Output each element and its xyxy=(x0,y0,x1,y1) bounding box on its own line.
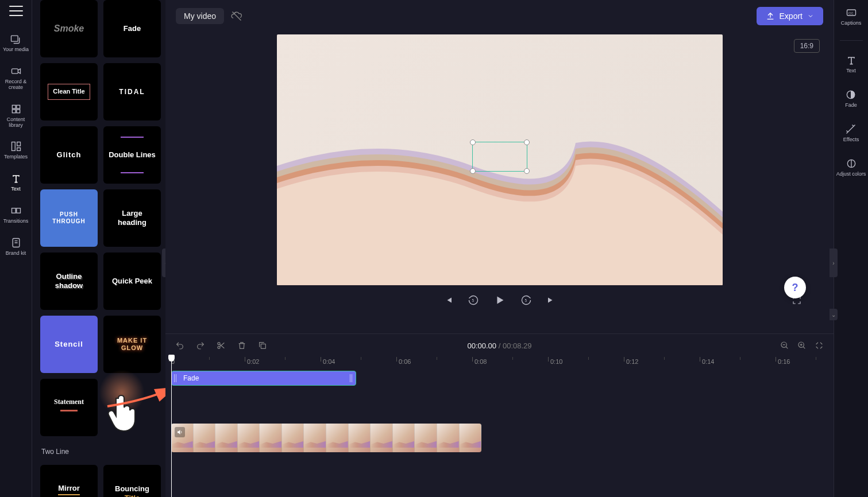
timeline-ruler[interactable]: 00:020:040:060:080:100:120:140:16 xyxy=(165,357,834,371)
svg-rect-4 xyxy=(12,110,16,113)
preset-tile-double-lines[interactable]: Double Lines xyxy=(103,126,161,184)
video-clip[interactable] xyxy=(171,424,481,452)
redo-button[interactable] xyxy=(195,340,206,351)
text-clip[interactable]: Fade xyxy=(171,371,356,386)
ruler-tick: 0:04 xyxy=(323,358,335,365)
skip-forward-button[interactable] xyxy=(546,294,557,306)
fade-icon xyxy=(845,89,857,100)
playhead[interactable] xyxy=(171,357,172,497)
split-button[interactable] xyxy=(216,340,226,351)
selection-box[interactable] xyxy=(472,142,527,172)
preset-tile-glitch[interactable]: Glitch xyxy=(40,126,98,184)
panel-collapse-right[interactable]: › xyxy=(830,248,838,277)
main-area: My video Export 16:9 xyxy=(165,0,834,497)
prop-label: Text xyxy=(846,68,856,74)
nav-transitions[interactable]: Transitions xyxy=(3,204,29,226)
nav-templates[interactable]: Templates xyxy=(4,139,28,161)
menu-icon[interactable] xyxy=(9,6,23,16)
prop-fade[interactable]: Fade xyxy=(845,88,857,110)
effects-icon xyxy=(845,123,857,135)
svg-line-12 xyxy=(233,12,241,21)
prop-label: Adjust colors xyxy=(836,172,866,177)
preset-tile-bouncing[interactable]: Bouncing Title xyxy=(103,465,161,497)
nav-label: Record & create xyxy=(0,79,32,91)
record-icon xyxy=(10,65,22,77)
left-nav-rail: Your media Record & create Content libra… xyxy=(0,0,32,497)
duplicate-button[interactable] xyxy=(257,340,268,351)
cloud-off-icon[interactable] xyxy=(231,10,242,22)
preset-tile-mirror[interactable]: Mirror Title xyxy=(40,465,98,497)
svg-text:5: 5 xyxy=(524,298,527,302)
resize-handle-bl[interactable] xyxy=(470,168,476,174)
chevron-down-icon xyxy=(807,13,814,20)
delete-button[interactable] xyxy=(237,340,247,351)
brandkit-icon xyxy=(10,237,22,248)
ruler-tick: 0:14 xyxy=(702,358,714,365)
timecode-display: 00:00.00 / 00:08.29 xyxy=(467,341,531,350)
timeline-tracks[interactable]: Fade xyxy=(165,371,834,497)
svg-rect-2 xyxy=(12,105,16,108)
rewind-5-button[interactable]: 5 xyxy=(468,294,479,306)
svg-text:5: 5 xyxy=(472,298,474,302)
resize-handle-tl[interactable] xyxy=(470,139,476,145)
nav-label: Text xyxy=(11,187,21,192)
nav-brand-kit[interactable]: Brand kit xyxy=(6,236,26,258)
preset-tile-fade[interactable]: Fade xyxy=(103,0,161,57)
prop-text[interactable]: Text xyxy=(846,53,857,75)
preset-tile-large-heading[interactable]: Large heading xyxy=(103,189,161,247)
resize-handle-tr[interactable] xyxy=(524,139,530,145)
project-title[interactable]: My video xyxy=(176,8,224,24)
adjust-icon xyxy=(846,158,857,169)
resize-handle-br[interactable] xyxy=(524,168,530,174)
export-button[interactable]: Export xyxy=(757,7,823,25)
panel-expand-down[interactable]: ⌄ xyxy=(830,309,838,320)
media-icon xyxy=(10,33,21,45)
preset-tile-outline-shadow[interactable]: Outline shadow xyxy=(40,253,98,310)
preset-tile-tidal[interactable]: TIDAL xyxy=(103,63,161,121)
export-label: Export xyxy=(780,11,803,21)
nav-label: Templates xyxy=(4,154,28,160)
svg-rect-5 xyxy=(16,110,20,113)
prop-captions[interactable]: CC Captions xyxy=(841,6,862,28)
undo-button[interactable] xyxy=(175,340,185,351)
svg-rect-3 xyxy=(16,105,20,108)
zoom-in-button[interactable] xyxy=(797,340,807,351)
audio-icon[interactable] xyxy=(175,427,185,437)
prop-label: Effects xyxy=(843,137,859,143)
svg-rect-8 xyxy=(17,148,20,151)
preset-tile-quick-peek[interactable]: Quick Peek xyxy=(103,253,161,310)
zoom-fit-button[interactable] xyxy=(814,340,824,351)
right-properties-rail: CC Captions Text Fade Effects Adjust col… xyxy=(834,0,868,497)
ruler-tick: 0:16 xyxy=(778,358,790,365)
preset-tile-stencil[interactable]: Stencil xyxy=(40,316,98,373)
preset-tile-make-it-glow[interactable]: MAKE IT GLOW xyxy=(103,316,161,373)
nav-text[interactable]: Text xyxy=(10,172,22,193)
timeline-section: 00:00.00 / 00:08.29 00:020:040:060:080:1… xyxy=(165,333,834,497)
nav-label: Your media xyxy=(3,47,29,53)
preset-tile-clean-title[interactable]: Clean Title xyxy=(40,63,98,121)
section-two-line-label: Two Line xyxy=(41,448,161,456)
ruler-tick: 0:02 xyxy=(247,358,259,365)
playback-controls: 5 5 xyxy=(165,285,834,312)
forward-5-button[interactable]: 5 xyxy=(520,294,532,306)
top-bar: My video Export xyxy=(165,0,834,32)
svg-rect-17 xyxy=(261,344,265,348)
text-icon xyxy=(10,173,22,184)
play-button[interactable] xyxy=(493,293,507,307)
zoom-out-button[interactable] xyxy=(780,340,790,351)
preset-tile-statement[interactable]: Statement xyxy=(40,379,98,436)
nav-content-library[interactable]: Content library xyxy=(0,102,32,130)
prop-adjust-colors[interactable]: Adjust colors xyxy=(836,157,866,178)
ruler-tick: 0:06 xyxy=(399,358,411,365)
aspect-ratio-selector[interactable]: 16:9 xyxy=(794,39,820,53)
templates-icon xyxy=(10,141,22,152)
preview-canvas[interactable] xyxy=(277,34,723,285)
nav-your-media[interactable]: Your media xyxy=(3,32,29,54)
nav-record-create[interactable]: Record & create xyxy=(0,64,32,92)
preset-tile-smoke[interactable]: Smoke xyxy=(40,0,98,57)
svg-rect-10 xyxy=(16,208,20,213)
help-button[interactable]: ? xyxy=(784,277,806,298)
preset-tile-push-through[interactable]: PUSH THROUGH xyxy=(40,189,98,247)
skip-back-button[interactable] xyxy=(442,294,454,306)
prop-effects[interactable]: Effects xyxy=(843,122,859,144)
